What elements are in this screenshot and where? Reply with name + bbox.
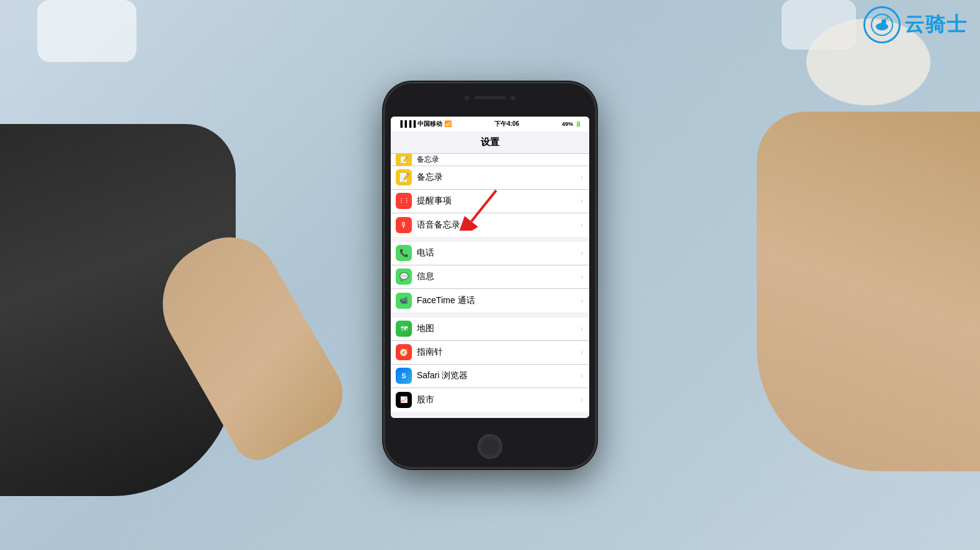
voice-memos-icon: 🎙 [396, 217, 412, 233]
messages-icon: 💬 [396, 268, 412, 285]
safari-label: Safari 浏览器 [417, 370, 581, 381]
list-item[interactable]: 📝 备忘录 › [391, 166, 589, 190]
chevron-icon: › [581, 221, 583, 229]
watermark-icon [863, 6, 901, 43]
section-gap-2 [391, 313, 589, 317]
battery-percent: 49% [562, 121, 573, 127]
svg-line-5 [885, 17, 889, 19]
camera-dot [465, 95, 470, 100]
chevron-icon: › [581, 371, 583, 380]
section-gap-3 [391, 412, 589, 417]
phone-icon: 📞 [396, 245, 412, 261]
messages-label: 信息 [417, 271, 581, 282]
chevron-icon: › [581, 173, 583, 182]
list-item[interactable]: 🧭 指南针 › [391, 341, 589, 365]
chevron-icon: › [581, 296, 583, 305]
nav-bar: 设置 [391, 131, 589, 154]
section-communication: 📞 电话 › 💬 信息 › 📹 FaceTime 通话 › [391, 242, 589, 313]
compass-icon: 🧭 [396, 344, 412, 360]
nav-title: 设置 [481, 136, 499, 148]
sensor-dot [510, 95, 515, 100]
list-item[interactable]: 🗺 地图 › [391, 317, 589, 341]
list-item[interactable]: ♫ 音乐 › [391, 417, 589, 418]
chevron-icon: › [581, 249, 583, 257]
maps-label: 地图 [417, 323, 581, 334]
battery-icon: 🔋 [575, 121, 582, 127]
section-apps: 🗺 地图 › 🧭 指南针 › S Safari 浏览器 › 📈 股市 [391, 317, 589, 412]
chevron-icon: › [581, 324, 583, 333]
section-gap-1 [391, 237, 589, 242]
reminders-label: 提醒事项 [417, 195, 581, 206]
section-productivity: 📝 备忘录 › ⋮⋮ 提醒事项 › 🎙 语音备忘录 › [391, 166, 589, 237]
phone-screen: ▐▐▐▐ 中国移动 📶 下午4:06 49% 🔋 设置 📝 备忘录 [391, 117, 589, 418]
notes-icon: 📝 [396, 169, 412, 185]
list-item[interactable]: S Safari 浏览器 › [391, 365, 589, 388]
voice-memos-label: 语音备忘录 [417, 220, 581, 231]
partial-top-item: 📝 备忘录 [391, 154, 589, 166]
section-media: ♫ 音乐 › 📺 电视 › [391, 417, 589, 418]
bg-object-shoes [37, 0, 136, 62]
carrier-name: 中国移动 [417, 120, 442, 128]
list-item[interactable]: 🎙 语音备忘录 › [391, 213, 589, 237]
signal-bars: ▐▐▐▐ [398, 120, 416, 127]
chevron-icon: › [581, 396, 583, 404]
partial-icon: 📝 [396, 154, 412, 166]
notes-label: 备忘录 [417, 172, 581, 183]
stocks-label: 股市 [417, 394, 581, 406]
phone-frame: ▐▐▐▐ 中国移动 📶 下午4:06 49% 🔋 设置 📝 备忘录 [385, 83, 595, 468]
svg-point-1 [876, 23, 888, 30]
status-time: 下午4:06 [494, 120, 519, 128]
maps-icon: 🗺 [396, 321, 412, 337]
phone-label: 电话 [417, 247, 581, 259]
phone-top-speaker [465, 95, 515, 100]
hand-right [757, 112, 980, 471]
list-item[interactable]: 📹 FaceTime 通话 › [391, 289, 589, 313]
list-item[interactable]: 📞 电话 › [391, 242, 589, 265]
safari-icon: S [396, 368, 412, 384]
watermark-text: 云骑士 [904, 11, 968, 38]
stocks-icon: 📈 [396, 392, 412, 408]
home-button[interactable] [478, 434, 502, 459]
compass-label: 指南针 [417, 347, 581, 358]
settings-list[interactable]: 📝 备忘录 📝 备忘录 › ⋮⋮ 提醒事项 › 🎙 语音备忘录 [391, 154, 589, 418]
facetime-label: FaceTime 通话 [417, 295, 581, 306]
reminders-icon: ⋮⋮ [396, 193, 412, 209]
yunqishi-logo-svg [870, 13, 894, 37]
list-item[interactable]: ⋮⋮ 提醒事项 › [391, 190, 589, 213]
chevron-icon: › [581, 197, 583, 205]
status-carrier: ▐▐▐▐ 中国移动 📶 [398, 120, 452, 128]
earpiece-speaker [474, 96, 506, 99]
list-item[interactable]: 💬 信息 › [391, 265, 589, 289]
facetime-icon: 📹 [396, 293, 412, 309]
status-bar: ▐▐▐▐ 中国移动 📶 下午4:06 49% 🔋 [391, 117, 589, 131]
wifi-icon: 📶 [444, 120, 452, 127]
status-battery: 49% 🔋 [562, 121, 582, 127]
partial-label: 备忘录 [417, 154, 439, 165]
chevron-icon: › [581, 348, 583, 357]
list-item[interactable]: 📈 股市 › [391, 388, 589, 412]
chevron-icon: › [581, 272, 583, 281]
watermark: 云骑士 [863, 6, 968, 43]
